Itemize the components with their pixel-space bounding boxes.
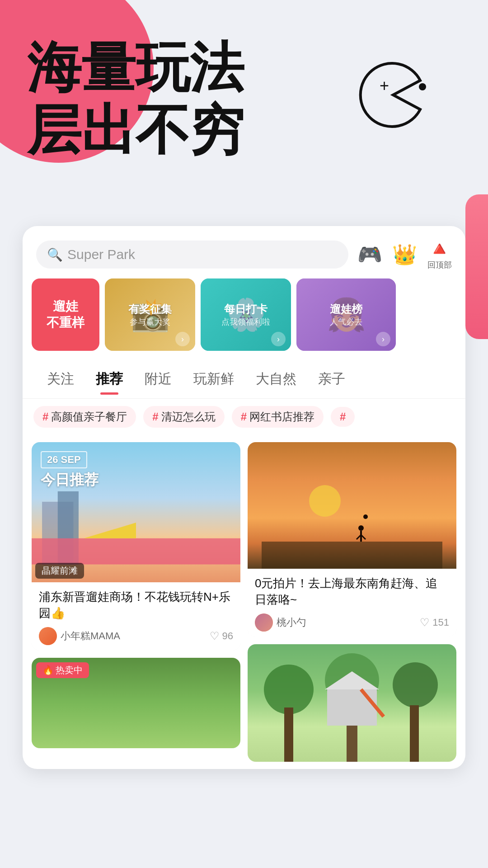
svg-point-0: [419, 83, 426, 90]
svg-point-12: [309, 485, 341, 517]
tag-chiangmai[interactable]: # 清迈怎么玩: [143, 406, 224, 428]
header-icon-top[interactable]: 🔺 回顶部: [427, 239, 452, 270]
card2-body: 0元拍片！去上海最东南角赶海、追日落咯~ 桃小勺 ♡ 151: [248, 569, 456, 637]
card1-likes-count: 96: [222, 630, 233, 642]
card2-author-name: 桃小勺: [277, 616, 306, 629]
crown-icon: 👑: [392, 245, 417, 264]
hot-badge: 🔥 热卖中: [36, 662, 89, 678]
hero-line2: 层出不穷: [27, 99, 244, 161]
banner-red[interactable]: 遛娃不重样: [32, 278, 99, 351]
card1-location: 晶耀前滩: [35, 563, 84, 579]
content-grid: 26 SEP 今日推荐 晶耀前滩: [23, 435, 465, 769]
card2-author: 桃小勺: [255, 613, 306, 632]
pacman-icon: +: [357, 59, 429, 131]
game-icon: 🎮: [357, 245, 382, 264]
card-today-recommend[interactable]: 26 SEP 今日推荐 晶耀前滩: [32, 442, 240, 651]
content-col-right: 0元拍片！去上海最东南角赶海、追日落咯~ 桃小勺 ♡ 151: [248, 442, 456, 762]
svg-point-17: [393, 662, 438, 708]
tag-more[interactable]: #: [331, 407, 355, 427]
top-icon: 🔺: [427, 239, 452, 259]
card1-body: 浦东新晋遛娃商场！不花钱玩转N+乐园👍 小年糕MAMA ♡ 96: [32, 582, 240, 651]
nature-scene: [248, 644, 456, 762]
svg-point-7: [358, 525, 364, 531]
card1-likes: ♡ 96: [210, 630, 233, 642]
tab-recommend[interactable]: 推荐: [85, 364, 134, 394]
tag-bookstore-label: 网红书店推荐: [249, 410, 314, 424]
date-badge: 26 SEP 今日推荐: [41, 451, 99, 490]
header-icon-game[interactable]: 🎮: [357, 245, 382, 264]
tag-restaurant-label: 高颜值亲子餐厅: [51, 410, 127, 424]
card1-title: 浦东新晋遛娃商场！不花钱玩转N+乐园👍: [39, 589, 233, 622]
card-nature[interactable]: [248, 644, 456, 762]
svg-rect-18: [410, 705, 419, 762]
tag-chiangmai-label: 清迈怎么玩: [161, 410, 216, 424]
nav-tabs: 关注 推荐 附近 玩新鲜 大自然 亲子: [23, 360, 465, 399]
tab-nature[interactable]: 大自然: [245, 364, 307, 394]
hero-line1: 海量玩法: [27, 36, 244, 99]
svg-rect-6: [262, 542, 442, 569]
hot-label: 热卖中: [56, 664, 83, 676]
banner-photo[interactable]: 📸 有奖征集 参与赢大奖 ›: [105, 278, 195, 351]
card1-image: 26 SEP 今日推荐 晶耀前滩: [32, 442, 240, 582]
card1-author: 小年糕MAMA: [39, 627, 120, 645]
tab-fresh[interactable]: 玩新鲜: [183, 364, 245, 394]
banner-teal[interactable]: 🌸 每日打卡 点我领福利啦 ›: [201, 278, 291, 351]
tag-bookstore[interactable]: # 网红书店推荐: [232, 406, 324, 428]
svg-marker-5: [84, 523, 136, 538]
search-bar[interactable]: 🔍 Super Park: [36, 241, 348, 269]
top-icon-label: 回顶部: [427, 259, 452, 270]
sunset-scene: [248, 442, 456, 569]
search-icon: 🔍: [47, 247, 63, 262]
tag-hash-icon4: #: [340, 410, 346, 423]
card2-avatar: [255, 613, 273, 632]
heart-icon: ♡: [210, 630, 220, 642]
banner-photo-arrow: ›: [175, 332, 190, 346]
hero-text: 海量玩法 层出不穷: [27, 36, 244, 161]
banner-purple-arrow: ›: [376, 332, 390, 346]
right-accent-decoration: [465, 194, 488, 339]
card1-today-label: 今日推荐: [41, 470, 99, 490]
svg-text:+: +: [380, 76, 389, 95]
header-icon-crown[interactable]: 👑: [392, 245, 417, 264]
banner-red-text: 遛娃不重样: [42, 294, 89, 336]
card3-image: [248, 644, 456, 762]
svg-point-11: [363, 514, 368, 519]
tag-hash-icon3: #: [241, 410, 247, 423]
card1-avatar: [39, 627, 57, 645]
app-card: 🔍 Super Park 🎮 👑 🔺 回顶部 遛娃不重样: [23, 226, 465, 769]
hero-section: 海量玩法 层出不穷 +: [0, 0, 488, 226]
svg-rect-4: [32, 538, 240, 565]
search-bar-row: 🔍 Super Park 🎮 👑 🔺 回顶部: [23, 226, 465, 278]
content-col-left: 26 SEP 今日推荐 晶耀前滩: [32, 442, 240, 762]
card-sunset[interactable]: 0元拍片！去上海最东南角赶海、追日落咯~ 桃小勺 ♡ 151: [248, 442, 456, 637]
card2-footer: 桃小勺 ♡ 151: [255, 613, 449, 632]
tag-hash-icon: #: [42, 410, 48, 423]
banner-teal-arrow: ›: [271, 332, 286, 346]
heart-icon2: ♡: [420, 616, 430, 629]
banner-row: 遛娃不重样 📸 有奖征集 参与赢大奖 › 🌸 每日打卡 点我领福利啦 ›: [23, 278, 465, 360]
banner-photo-text: 有奖征集 参与赢大奖: [128, 302, 172, 327]
card2-likes-count: 151: [432, 617, 449, 628]
tab-follow[interactable]: 关注: [36, 364, 85, 394]
card2-image: [248, 442, 456, 569]
card1-author-name: 小年糕MAMA: [61, 629, 120, 643]
banner-purple[interactable]: 👧 遛娃榜 人气必去 ›: [296, 278, 396, 351]
card1-date: 26 SEP: [47, 454, 81, 465]
card2-title: 0元拍片！去上海最东南角赶海、追日落咯~: [255, 575, 449, 608]
tag-hash-icon2: #: [152, 410, 158, 423]
header-icons: 🎮 👑 🔺 回顶部: [357, 239, 452, 270]
svg-rect-14: [284, 708, 293, 762]
svg-rect-20: [327, 689, 377, 726]
tab-family[interactable]: 亲子: [307, 364, 356, 394]
card-hot-park[interactable]: 🔥 热卖中: [32, 658, 240, 748]
search-placeholder-text: Super Park: [67, 247, 135, 262]
card1-footer: 小年糕MAMA ♡ 96: [39, 627, 233, 645]
tag-restaurant[interactable]: # 高颜值亲子餐厅: [33, 406, 136, 428]
tags-row: # 高颜值亲子餐厅 # 清迈怎么玩 # 网红书店推荐 #: [23, 399, 465, 435]
tab-nearby[interactable]: 附近: [134, 364, 183, 394]
svg-point-13: [264, 665, 314, 714]
fire-icon: 🔥: [42, 665, 54, 675]
card2-likes: ♡ 151: [420, 616, 449, 629]
